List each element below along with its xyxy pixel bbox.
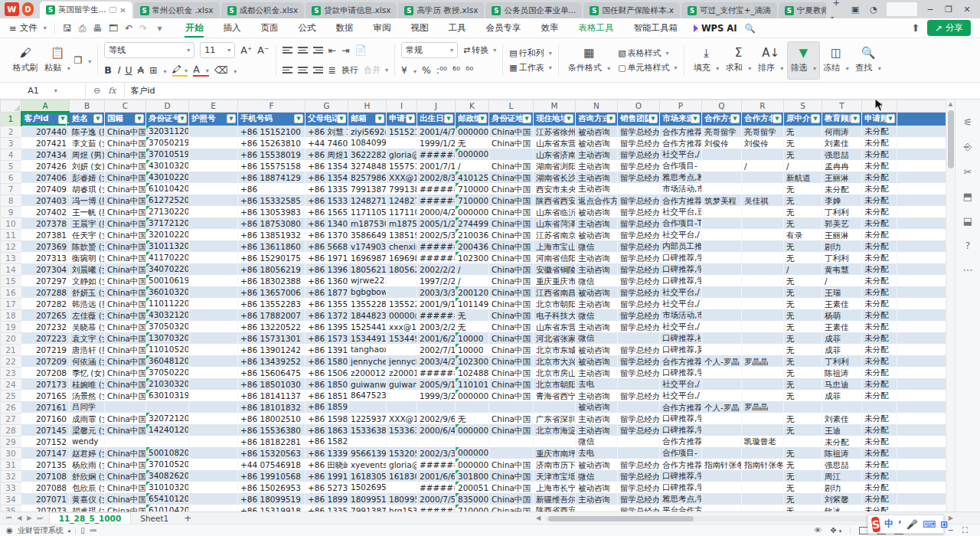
cell[interactable]: 未分配	[862, 493, 897, 505]
ime-toolbox-icon[interactable]: ⊞	[940, 519, 948, 530]
cell[interactable]: 合作方推荐	[660, 194, 702, 206]
cell[interactable]: China中国	[105, 160, 146, 172]
cell[interactable]: 未分配	[862, 436, 897, 447]
cell[interactable]: 710000	[456, 183, 489, 194]
cell[interactable]: 2002/3/3	[417, 447, 456, 459]
cell[interactable]: 200120	[456, 286, 489, 298]
cell[interactable]	[189, 344, 238, 355]
cell[interactable]: 207369	[21, 240, 70, 252]
cell[interactable]: 无	[784, 482, 822, 493]
column-header[interactable]: G	[305, 100, 348, 113]
align-left-icon[interactable]	[283, 67, 292, 74]
row-number[interactable]: 3	[1, 137, 21, 149]
cell[interactable]: 2002/5/31	[417, 229, 456, 240]
cell[interactable]: 汤景然 (女	[70, 390, 105, 401]
cell[interactable]: 陈子逸 (男	[70, 126, 105, 137]
cell[interactable]: 370502200012272047	[146, 367, 189, 378]
cell[interactable]: 主动咨询	[576, 160, 618, 172]
cell[interactable]: +86 13851932	[238, 229, 305, 240]
cell[interactable]: 2003/3/30	[417, 286, 456, 298]
cell[interactable]: +44 7460762888	[305, 137, 348, 149]
cell[interactable]: 无	[784, 367, 822, 378]
cell[interactable]: 留学总经办	[618, 126, 660, 137]
cell[interactable]	[702, 217, 742, 229]
cell[interactable]: 主动咨询	[576, 367, 618, 378]
cell[interactable]: 社交平台,/	[660, 378, 702, 390]
cell[interactable]: 142401200006041426	[146, 424, 189, 436]
paste-button[interactable]: 📋 粘贴 ▾	[41, 41, 74, 80]
cell[interactable]: 个人-罗晶	[702, 401, 742, 413]
cell[interactable]: 微信	[576, 332, 618, 344]
cell[interactable]: 207402	[21, 206, 70, 217]
cell[interactable]: 207378	[21, 217, 70, 229]
cell[interactable]	[489, 436, 534, 447]
cell[interactable]	[702, 240, 742, 252]
cell[interactable]	[897, 367, 946, 378]
restore-button[interactable]: ❐	[943, 5, 954, 15]
cell[interactable]: 郭美艺	[822, 217, 862, 229]
cell[interactable]: 无	[784, 344, 822, 355]
add-sheet-button[interactable]: +	[178, 513, 198, 524]
cell[interactable]	[702, 172, 742, 183]
cell[interactable]: +86 13053983	[238, 206, 305, 217]
table-header-cell[interactable]: 护照号▼	[189, 112, 238, 126]
cell[interactable]	[742, 505, 784, 511]
sogou-logo-icon[interactable]: S	[871, 516, 881, 532]
cell[interactable]: +86 52734062	[305, 482, 348, 493]
cell[interactable]: 强思喆	[822, 149, 862, 160]
cell[interactable]: 169698712	[387, 252, 417, 263]
row-number[interactable]: 35	[1, 505, 21, 511]
rows-columns-button[interactable]: ▤ 行和列▾	[509, 47, 551, 59]
format-painter-button[interactable]: 🖌 格式刷	[9, 41, 41, 80]
cell[interactable]: +86 15026953	[238, 482, 305, 493]
cell[interactable]: chenxinyur	[387, 240, 417, 252]
borders-button[interactable]: ⊞ ▾	[149, 64, 166, 76]
filter-dropdown-icon[interactable]: ▼	[606, 114, 616, 123]
cell[interactable]: China中国	[489, 217, 534, 229]
cell[interactable]: +86 田晓岭1395	[305, 459, 348, 470]
cell[interactable]: 王丽淋	[822, 172, 862, 183]
cell[interactable]	[742, 470, 784, 482]
file-tab[interactable]: S贷款申请信息.xlsx	[305, 2, 397, 18]
cell[interactable]: 留学总经办	[618, 309, 660, 321]
cell[interactable]: China中国	[489, 252, 534, 263]
cell[interactable]: 207282	[21, 298, 70, 309]
clear-format-button[interactable]: ⌫ ▾	[214, 64, 237, 76]
cell[interactable]: China中国	[105, 206, 146, 217]
cell[interactable]	[862, 401, 897, 413]
cell[interactable]: 何雨涛	[822, 126, 862, 137]
chevron-up-icon[interactable]: ▴	[68, 528, 71, 534]
cell-style-button[interactable]: ▢ 单元格样式▾	[618, 62, 677, 74]
cell[interactable]: 周江	[822, 470, 862, 482]
cell[interactable]: 无	[784, 390, 822, 401]
cell[interactable]: 马忠迪	[822, 378, 862, 390]
cell[interactable]: 季忆 (女)	[70, 367, 105, 378]
cell[interactable]: 留学总经办	[618, 240, 660, 252]
column-header[interactable]: L	[489, 100, 534, 113]
cell[interactable]: 社交平台,/	[660, 321, 702, 332]
row-number[interactable]: 19	[1, 321, 21, 332]
cell[interactable]: wendy	[70, 436, 105, 447]
cell[interactable]: 200051	[456, 482, 489, 493]
cell[interactable]: 无	[784, 413, 822, 424]
document-panel-icon[interactable]: ⬓	[963, 215, 972, 227]
justify-icon[interactable]: ≣	[328, 64, 336, 76]
cell[interactable]: China中国	[105, 413, 146, 424]
cell[interactable]	[702, 263, 742, 275]
cell[interactable]: 864752343	[348, 390, 387, 401]
cell[interactable]: +86 1372884680	[305, 309, 348, 321]
cell[interactable]: 2000/7/5	[417, 493, 456, 505]
cell[interactable]: 110105200207165451	[146, 344, 189, 355]
cell[interactable]	[702, 436, 742, 447]
cell[interactable]	[618, 401, 660, 413]
cell[interactable]: ########	[417, 252, 456, 263]
menu-item[interactable]: 视图	[400, 19, 438, 37]
convert-button[interactable]: ⇄ 转换▾	[463, 44, 496, 56]
cell[interactable]: 835000	[456, 493, 489, 505]
cell[interactable]: v1749037t	[348, 240, 387, 252]
cell[interactable]: 去电	[576, 378, 618, 390]
cell[interactable]: 北京市朝阳	[534, 378, 576, 390]
column-header[interactable]: N	[576, 100, 618, 113]
cell[interactable]: 留学总经办	[618, 263, 660, 275]
cell[interactable]: 成菲	[822, 332, 862, 344]
